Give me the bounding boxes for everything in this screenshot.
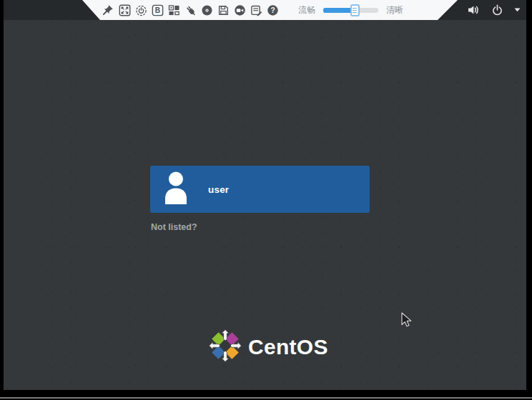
black-screen-icon[interactable]: B — [151, 4, 164, 16]
user-tile-label: user — [208, 184, 229, 195]
centos-branding: CentOS — [209, 330, 328, 364]
window-frame-edge — [0, 397, 532, 399]
user-avatar-icon — [162, 170, 190, 209]
remote-desktop-screen: user Not listed? CentOS — [4, 0, 526, 390]
power-icon[interactable] — [134, 4, 147, 16]
cdrom-icon[interactable] — [200, 4, 213, 16]
power-icon[interactable] — [491, 4, 503, 16]
remote-viewer-toolbar: B — [79, 0, 458, 20]
quality-label-clear: 清晰 — [386, 0, 403, 20]
chevron-down-icon[interactable] — [514, 8, 521, 12]
centos-logo-icon — [209, 329, 242, 365]
keyboard-icon[interactable] — [167, 4, 180, 16]
fullscreen-icon[interactable] — [118, 4, 131, 16]
plug-icon[interactable] — [184, 4, 197, 16]
quality-label-smooth: 流畅 — [298, 0, 315, 20]
volume-icon[interactable] — [467, 4, 481, 16]
not-listed-button[interactable]: Not listed? — [151, 222, 197, 232]
quality-slider-group: 流畅 清晰 — [298, 0, 403, 20]
system-status-area[interactable] — [467, 0, 521, 20]
record-icon[interactable] — [233, 4, 246, 16]
help-icon[interactable]: ? — [266, 4, 279, 16]
quality-slider-handle[interactable] — [350, 4, 360, 16]
pin-icon[interactable] — [102, 4, 114, 16]
svg-text:B: B — [154, 6, 159, 14]
floppy-icon[interactable] — [217, 4, 230, 16]
clipboard-icon[interactable] — [250, 4, 262, 16]
centos-wordmark: CentOS — [248, 335, 328, 359]
user-tile[interactable]: user — [150, 166, 370, 213]
mouse-cursor — [401, 312, 413, 331]
svg-text:?: ? — [270, 6, 275, 14]
quality-slider[interactable] — [323, 8, 378, 13]
